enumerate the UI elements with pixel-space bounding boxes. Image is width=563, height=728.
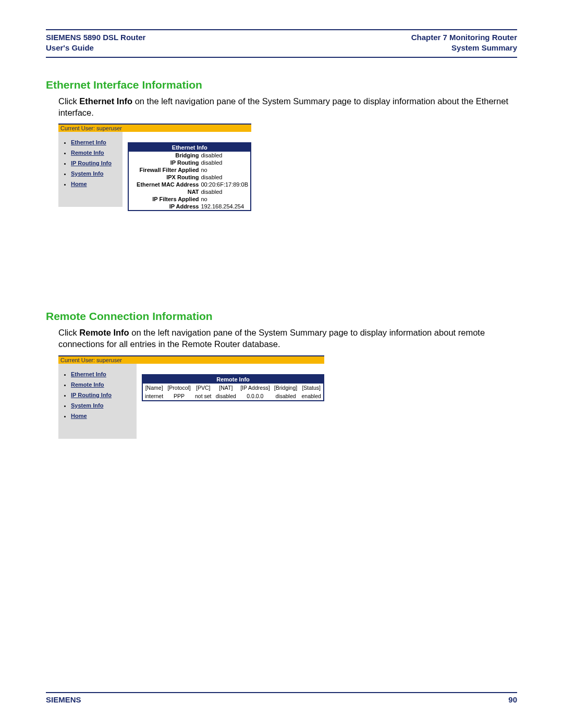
current-user-bar: Current User: superuser (58, 125, 251, 132)
header-chapter: Chapter 7 Monitoring Router (411, 32, 517, 43)
page-header: SIEMENS 5890 DSL Router User's Guide Cha… (46, 30, 517, 57)
ethernet-info-panel: Ethernet Info Bridgingdisabled IP Routin… (128, 142, 251, 211)
header-product: SIEMENS 5890 DSL Router (46, 32, 145, 43)
heading-remote-connection: Remote Connection Information (46, 310, 517, 323)
table-header-row: [Name] [Protocol] [PVC] [NAT] [IP Addres… (143, 384, 323, 392)
nav-remote-info[interactable]: Remote Info (71, 150, 104, 156)
paragraph-ethernet-info: Click Ethernet Info on the left navigati… (58, 95, 517, 119)
table-row: internet PPP not set disabled 0.0.0.0 di… (143, 392, 323, 400)
paragraph-remote-connection: Click Remote Info on the left navigation… (58, 327, 517, 350)
header-guide: User's Guide (46, 43, 145, 53)
remote-info-screenshot: Current User: superuser Ethernet Info Re… (58, 355, 324, 439)
nav-ip-routing-info[interactable]: IP Routing Info (71, 392, 112, 398)
nav-system-info[interactable]: System Info (71, 170, 103, 177)
page-footer: SIEMENS 90 (46, 693, 517, 704)
footer-brand: SIEMENS (46, 695, 81, 704)
current-user-bar: Current User: superuser (58, 356, 324, 364)
heading-ethernet-info: Ethernet Interface Information (46, 79, 517, 91)
ethernet-info-screenshot: Current User: superuser Ethernet Info Re… (58, 124, 251, 211)
nav-sidebar: Ethernet Info Remote Info IP Routing Inf… (58, 132, 123, 207)
remote-info-panel: Remote Info [Name] [Protocol] [PVC] [NAT… (142, 374, 324, 401)
nav-ip-routing-info[interactable]: IP Routing Info (71, 160, 112, 166)
nav-sidebar: Ethernet Info Remote Info IP Routing Inf… (58, 364, 137, 439)
nav-ethernet-info[interactable]: Ethernet Info (71, 371, 106, 377)
nav-ethernet-info[interactable]: Ethernet Info (71, 139, 106, 145)
panel-title: Remote Info (143, 375, 323, 384)
nav-home[interactable]: Home (71, 181, 87, 187)
nav-system-info[interactable]: System Info (71, 402, 103, 409)
header-section: System Summary (411, 43, 517, 53)
nav-remote-info[interactable]: Remote Info (71, 381, 104, 388)
nav-home[interactable]: Home (71, 413, 87, 419)
panel-title: Ethernet Info (129, 143, 250, 152)
page-number: 90 (508, 695, 517, 704)
